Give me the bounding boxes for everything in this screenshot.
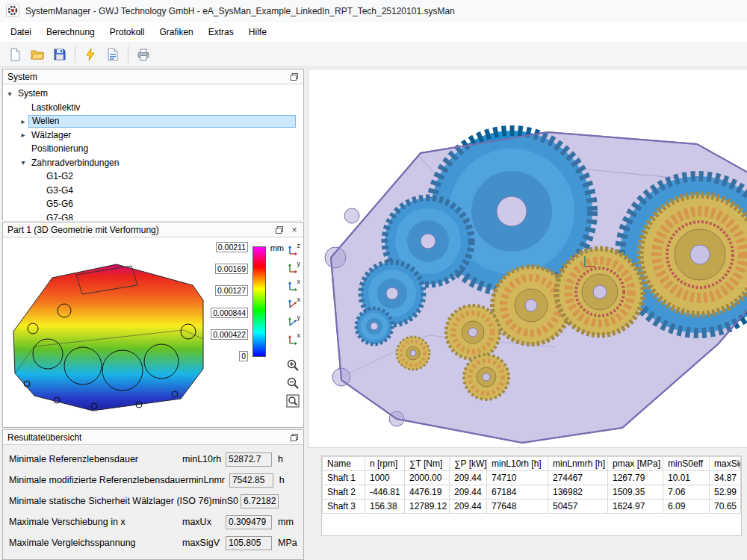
print-button[interactable]	[133, 44, 154, 65]
zoom-in-button[interactable]	[285, 358, 300, 373]
menu-item-extras[interactable]: Extras	[201, 24, 241, 40]
float-panel-icon[interactable]	[273, 225, 285, 235]
result-value-field[interactable]: 7542.85	[229, 473, 273, 488]
view-button-4[interactable]: x	[285, 297, 300, 312]
view-button-6[interactable]: x	[285, 333, 300, 348]
zoom-fit-button[interactable]	[285, 394, 300, 409]
result-unit: h	[273, 475, 299, 485]
column-header-maxsigv[interactable]: maxSigV	[710, 457, 741, 471]
main-area: System ▾ System Lastkollektiv	[0, 67, 747, 560]
result-value-field[interactable]: 6.72182	[241, 494, 279, 508]
tree-item-g7-g8[interactable]: G7-G8	[3, 211, 303, 221]
tree-item-label: Wellen	[29, 115, 62, 127]
menubar: Datei Berechnung Protokoll Grafiken Extr…	[0, 22, 747, 42]
tree-item-wellen[interactable]: ▸ Wellen	[3, 114, 303, 128]
legend-unit: mm	[270, 243, 284, 252]
open-file-button[interactable]	[27, 44, 48, 65]
new-file-icon	[7, 47, 22, 62]
tree-item-positionierung[interactable]: Positionierung	[3, 142, 303, 156]
column-header-mins0eff[interactable]: minS0eff	[663, 457, 710, 471]
color-scale-values: 0.00211 0.00169 0.00127 0.000844 0.00042…	[211, 242, 248, 361]
tree-selection-highlight: Wellen	[28, 115, 296, 128]
result-symbol: maxSigV	[182, 538, 226, 548]
menu-item-datei[interactable]: Datei	[3, 24, 39, 40]
gearbox-3d-render	[309, 69, 747, 447]
report-icon	[105, 47, 120, 62]
tree-item-g3-g4[interactable]: G3-G4	[3, 184, 303, 198]
column-header-n[interactable]: n [rpm]	[365, 457, 405, 471]
zoom-out-button[interactable]	[285, 376, 300, 391]
part-deformation-panel: Part 1 (3D Geometrie mit Verformung) ×	[2, 222, 304, 428]
chevron-down-icon[interactable]: ▾	[18, 158, 28, 167]
result-unit: MPa	[272, 538, 299, 548]
view-button-1[interactable]: z	[285, 243, 300, 258]
cell: 12789.12	[405, 500, 450, 514]
tree-item-label: Lastkollektiv	[28, 102, 83, 113]
view-button-5[interactable]: y	[285, 315, 300, 330]
system-panel: System ▾ System Lastkollektiv	[2, 69, 304, 220]
color-scale-bar	[252, 246, 266, 357]
tree-item-g1-g2[interactable]: G1-G2	[3, 169, 303, 184]
chevron-down-icon[interactable]: ▾	[4, 90, 15, 98]
tree-item-label: Positionierung	[28, 143, 91, 155]
table-row-shaft2[interactable]: Shaft 2 -446.81 4476.19 209.44 67184 136…	[323, 485, 741, 500]
table-row-shaft1[interactable]: Shaft 1 1000 2000.00 209.44 74710 274467…	[323, 471, 741, 485]
cell: -446.81	[365, 485, 405, 500]
result-label: Minimale Referenzlebensdauer	[9, 454, 182, 464]
save-button[interactable]	[49, 44, 70, 65]
column-header-minl10rh[interactable]: minL10rh [h]	[487, 457, 548, 471]
chevron-right-icon[interactable]: ▸	[18, 131, 28, 139]
table-header-row: Name n [rpm] ∑T [Nm] ∑P [kW] minL10rh [h…	[323, 457, 741, 471]
gearbox-3d-viewport[interactable]	[308, 69, 747, 448]
new-file-button[interactable]	[4, 44, 25, 65]
result-label: Minimale modifizierte Referenzlebensdaue…	[9, 475, 188, 485]
result-symbol: minLnmr	[188, 475, 229, 485]
result-value-field[interactable]: 105.805	[226, 536, 272, 550]
system-tree: ▾ System Lastkollektiv ▸ Wellen ▸ Wälzla…	[3, 84, 303, 220]
close-icon[interactable]: ×	[288, 225, 300, 235]
cell: 274467	[548, 471, 608, 485]
part-panel-titlebar: Part 1 (3D Geometrie mit Verformung) ×	[3, 223, 303, 237]
view-button-2[interactable]: y	[285, 261, 300, 276]
tree-item-system[interactable]: ▾ System	[3, 87, 303, 101]
menu-item-grafiken[interactable]: Grafiken	[152, 24, 200, 40]
result-row-minlnmr: Minimale modifizierte Referenzlebensdaue…	[9, 472, 299, 488]
cell: Shaft 2	[323, 485, 365, 500]
column-header-minlnmrh[interactable]: minLnmrh [h]	[548, 457, 608, 471]
table-row-shaft3[interactable]: Shaft 3 156.38 12789.12 209.44 77648 504…	[323, 500, 741, 514]
menu-item-berechnung[interactable]: Berechnung	[39, 24, 102, 40]
tree-item-waelzlager[interactable]: ▸ Wälzlager	[3, 128, 303, 143]
column-header-name[interactable]: Name	[323, 457, 365, 471]
results-list: Minimale Referenzlebensdauer minL10rh 52…	[3, 445, 303, 559]
column-header-pmax[interactable]: pmax [MPa]	[608, 457, 663, 471]
system-panel-title: System	[7, 72, 285, 82]
cell: 34.87	[710, 471, 741, 485]
float-panel-icon[interactable]	[288, 72, 300, 82]
float-panel-icon[interactable]	[288, 432, 300, 443]
zoom-fit-icon	[286, 394, 300, 408]
report-button[interactable]	[102, 44, 123, 65]
cell: 77648	[487, 500, 548, 514]
cell: 2000.00	[405, 471, 450, 485]
result-value-field[interactable]: 0.309479	[226, 515, 272, 529]
tree-item-g5-g6[interactable]: G5-G6	[3, 197, 303, 211]
column-header-torque[interactable]: ∑T [Nm]	[405, 457, 450, 471]
result-symbol: minL10rh	[182, 454, 226, 464]
cell: 6.09	[663, 500, 710, 514]
view-button-3[interactable]: x	[285, 279, 300, 294]
tree-item-zahnradverbindungen[interactable]: ▾ Zahnradverbindungen	[3, 156, 303, 170]
result-value-field[interactable]: 52872.7	[226, 452, 272, 467]
chevron-right-icon[interactable]: ▸	[18, 117, 28, 125]
tree-item-lastkollektiv[interactable]: Lastkollektiv	[3, 101, 303, 115]
legend-value: 0.000844	[211, 308, 248, 318]
part-panel-title: Part 1 (3D Geometrie mit Verformung)	[7, 225, 270, 235]
app-window: SystemManager - GWJ Technology GmbH - eA…	[0, 0, 747, 560]
cell: Shaft 1	[323, 471, 365, 485]
menu-item-protokoll[interactable]: Protokoll	[102, 24, 152, 40]
calculate-button[interactable]	[80, 44, 101, 65]
result-symbol: maxUx	[182, 517, 226, 527]
column-header-power[interactable]: ∑P [kW]	[450, 457, 487, 471]
menu-item-hilfe[interactable]: Hilfe	[241, 24, 274, 40]
result-label: Maximale Verschiebung in x	[9, 517, 182, 527]
fem-3d-viewport[interactable]: 0.00211 0.00169 0.00127 0.000844 0.00042…	[3, 237, 303, 427]
